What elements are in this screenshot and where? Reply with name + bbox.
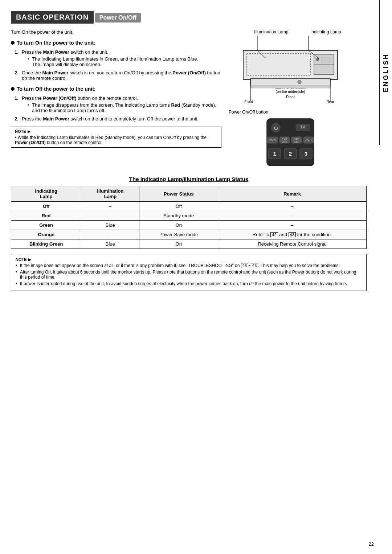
power-on: On <box>139 221 218 230</box>
indicating-blinking: Blinking Green <box>11 239 81 249</box>
status-table: IndicatingLamp IlluminationLamp Power St… <box>11 186 367 249</box>
svg-text:SAT: SAT <box>294 138 299 140</box>
left-column: Turn On the power of the unit. To turn O… <box>11 29 221 169</box>
indicating-orange: Orange <box>11 230 81 239</box>
turn-off-steps: 1. Press the Power (On/Off) button on th… <box>15 95 221 122</box>
page-number: 22 <box>369 541 374 547</box>
col-illumination: IlluminationLamp <box>81 186 139 202</box>
remark-condition: Refer to 42 and 43 for the condition. <box>218 230 367 239</box>
svg-rect-14 <box>250 85 330 88</box>
note-text-1: • While the Indicating Lamp illuminates … <box>15 135 217 145</box>
bottom-note-box: NOTE ▶ If the image does not appear on t… <box>11 254 367 291</box>
sub-bullet-item: The Indicating Lamp illuminates in Green… <box>28 56 221 67</box>
page-container: ENGLISH BASIC OPERATION Power On/Off Tur… <box>0 0 392 554</box>
remote-control-diagram: ⏻ TV DVD PVR VCR SAT CBL AVR <box>263 117 318 169</box>
indicating-off: Off <box>11 202 81 211</box>
note-label-1: NOTE ▶ <box>15 129 217 134</box>
power-on-2: On <box>139 239 218 249</box>
remark-dash-3: – <box>218 221 367 230</box>
table-header: IndicatingLamp IlluminationLamp Power St… <box>11 186 367 202</box>
svg-text:3: 3 <box>305 151 307 157</box>
illumination-blue: Blue <box>81 221 139 230</box>
step-num-4: 2. <box>15 116 19 122</box>
right-column: Illumination Lamp Indicating Lamp <box>229 29 352 169</box>
table-body: Off – Off – Red – Standby mode – Green B… <box>11 202 367 249</box>
power-button-label: Power On/Off button <box>229 110 352 115</box>
col-remark: Remark <box>218 186 367 202</box>
table-section: The Indicating Lamp/Illumination Lamp St… <box>11 176 367 249</box>
bottom-note-3: If power is interrupted during use of th… <box>16 281 362 286</box>
svg-text:TV: TV <box>300 125 306 129</box>
bottom-notes: NOTE ▶ If the image does not appear on t… <box>11 254 367 291</box>
unit-diagram: Main Power Switch (on the underside) Fro… <box>236 36 345 106</box>
svg-text:Front: Front <box>286 95 295 99</box>
boxed-43: 43 <box>289 232 296 237</box>
intro-text: Turn On the power of the unit. <box>11 29 221 35</box>
step-1-sub: The Indicating Lamp illuminates in Green… <box>22 56 221 67</box>
step-num: 1. <box>15 49 19 55</box>
turn-on-heading-text: To turn On the power to the unit: <box>17 40 95 46</box>
turn-on-step-2: 2. Once the Main Power switch is on, you… <box>15 70 221 81</box>
main-content: Turn On the power of the unit. To turn O… <box>11 29 367 169</box>
svg-text:PVR: PVR <box>282 138 287 140</box>
col-indicating: IndicatingLamp <box>11 186 81 202</box>
illumination-dash-1: – <box>81 202 139 211</box>
turn-on-step-1: 1. Press the Main Power switch on the un… <box>15 49 221 67</box>
table-row: Blinking Green Blue On Receiving Remote … <box>11 239 367 249</box>
indicating-green: Green <box>11 221 81 230</box>
note-box-1: NOTE ▶ • While the Indicating Lamp illum… <box>11 127 221 148</box>
remark-dash-1: – <box>218 202 367 211</box>
bullet-dot-2 <box>11 87 15 91</box>
svg-text:Front: Front <box>244 100 253 104</box>
indicating-red: Red <box>11 211 81 221</box>
indicating-label: Indicating Lamp <box>310 29 341 34</box>
boxed-42: 42 <box>270 232 278 237</box>
step-num-2: 2. <box>15 70 19 75</box>
turn-on-steps: 1. Press the Main Power switch on the un… <box>15 49 221 81</box>
illumination-dash-3: – <box>81 230 139 239</box>
svg-text:2: 2 <box>289 151 292 157</box>
remote-svg: ⏻ TV DVD PVR VCR SAT CBL AVR <box>263 117 318 168</box>
svg-text:⏻: ⏻ <box>274 126 278 131</box>
svg-text:1: 1 <box>273 151 276 157</box>
turn-off-step-2: 2. Press the Main Power switch on the un… <box>15 116 221 122</box>
bullet-dot <box>11 41 15 45</box>
bottom-note-2: After turning On, it takes about 6 secon… <box>16 270 362 280</box>
illumination-blue-2: Blue <box>81 239 139 249</box>
table-row: Red – Standby mode – <box>11 211 367 221</box>
power-save: Power Save mode <box>139 230 218 239</box>
svg-text:(on the underside): (on the underside) <box>275 90 305 94</box>
power-off: Off <box>139 202 218 211</box>
svg-text:Rear: Rear <box>326 100 334 104</box>
unit-diagram-svg: Main Power Switch (on the underside) Fro… <box>236 36 345 105</box>
table-row: Orange – Power Save mode Refer to 42 and… <box>11 230 367 239</box>
svg-rect-13 <box>250 79 330 85</box>
boxed-43-2: 43 <box>241 263 248 268</box>
table-row: Green Blue On – <box>11 221 367 230</box>
illumination-dash-2: – <box>81 211 139 221</box>
boxed-45: 45 <box>251 263 258 268</box>
table-title: The Indicating Lamp/Illumination Lamp St… <box>11 176 367 182</box>
svg-point-19 <box>298 80 301 84</box>
remark-dash-2: – <box>218 211 367 221</box>
svg-rect-7 <box>321 58 330 62</box>
illumination-label: Illumination Lamp <box>254 29 288 34</box>
table-row: Off – Off – <box>11 202 367 211</box>
svg-text:AVR: AVR <box>305 138 312 142</box>
turn-off-heading-text: To turn Off the power to the unit: <box>17 86 95 92</box>
svg-text:CBL: CBL <box>294 141 299 143</box>
turn-off-step-1: 1. Press the Power (On/Off) button on th… <box>15 95 221 113</box>
header-row: IndicatingLamp IlluminationLamp Power St… <box>11 186 367 202</box>
col-power-status: Power Status <box>139 186 218 202</box>
svg-text:VCR: VCR <box>282 141 287 143</box>
remote-section: Power On/Off button ⏻ TV DVD <box>229 110 352 169</box>
english-sidebar: ENGLISH <box>379 0 392 145</box>
bottom-note-1: If the image does not appear on the scre… <box>16 263 362 268</box>
english-label: ENGLISH <box>382 53 390 92</box>
diagram-labels: Illumination Lamp Indicating Lamp <box>229 29 352 34</box>
bottom-note-label: NOTE ▶ <box>16 257 362 262</box>
step-num-3: 1. <box>15 95 19 101</box>
power-onoff-header: Power On/Off <box>95 13 141 22</box>
power-standby: Standby mode <box>139 211 218 221</box>
basic-operation-header: BASIC OPERATION <box>11 11 94 24</box>
